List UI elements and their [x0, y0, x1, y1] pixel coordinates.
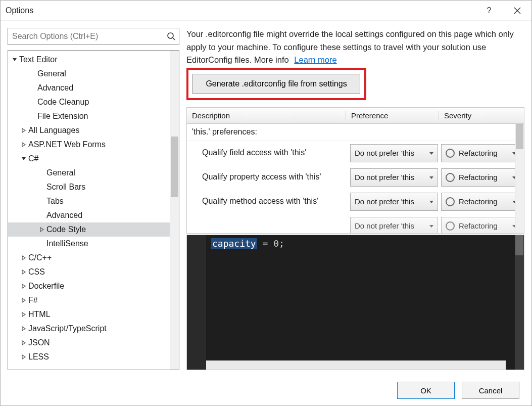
row-description: Qualify field access with 'this' [187, 145, 350, 161]
help-button[interactable]: ? [475, 1, 503, 21]
svg-marker-7 [22, 157, 26, 160]
severity-dropdown[interactable]: Refactoring [441, 193, 521, 211]
code-h-scrollbar[interactable] [206, 360, 506, 370]
tree-item[interactable]: Code Style [8, 222, 170, 237]
chevron-right-icon[interactable] [20, 311, 27, 318]
chevron-right-icon[interactable] [20, 339, 27, 346]
tree-spacer [38, 212, 45, 219]
tree-item[interactable]: Advanced [8, 81, 170, 95]
tree-item[interactable]: Scroll Bars [8, 180, 170, 194]
chevron-down-icon[interactable] [11, 56, 18, 63]
code-v-thumb[interactable] [515, 235, 523, 255]
tree-item[interactable]: File Extension [8, 109, 170, 123]
tree-item[interactable]: ASP.NET Web Forms [8, 138, 170, 152]
tree-item[interactable]: All Languages [8, 123, 170, 138]
code-v-scrollbar[interactable] [515, 235, 524, 370]
svg-point-2 [168, 33, 173, 38]
svg-marker-23 [429, 225, 433, 228]
search-input[interactable] [8, 28, 164, 44]
col-description[interactable]: Description [187, 111, 346, 120]
search-icon [164, 32, 179, 41]
tree-item[interactable]: IntelliSense [8, 237, 170, 251]
tree-item[interactable]: Dockerfile [8, 279, 170, 293]
tree-item[interactable]: Text Editor [8, 53, 170, 67]
right-panel: Your .editorconfig file might override t… [186, 28, 524, 370]
grid-scroll-thumb[interactable] [516, 124, 523, 149]
grid-header: Description Preference Severity [187, 108, 524, 124]
tree-item-label: Dockerfile [28, 282, 64, 291]
severity-ring-icon [446, 197, 455, 206]
chevron-right-icon[interactable] [20, 141, 27, 148]
severity-ring-icon [446, 173, 455, 182]
ok-button[interactable]: OK [397, 382, 455, 399]
close-button[interactable] [503, 1, 531, 21]
tree-item[interactable]: General [8, 166, 170, 180]
tree-item[interactable]: C# [8, 152, 170, 166]
chevron-right-icon[interactable] [20, 254, 27, 261]
tree-item[interactable]: LESS [8, 350, 170, 364]
svg-marker-15 [22, 341, 25, 345]
tree-item-label: Advanced [46, 211, 82, 220]
severity-dropdown[interactable]: Refactoring [441, 217, 521, 233]
tree-item-label: LESS [28, 352, 49, 362]
generate-editorconfig-button[interactable]: Generate .editorconfig file from setting… [192, 74, 360, 94]
tree-item-label: HTML [28, 310, 51, 319]
chevron-right-icon[interactable] [20, 325, 27, 332]
chevron-down-icon [427, 199, 436, 204]
preference-value: Do not prefer 'this [355, 197, 427, 206]
tree-item-label: Advanced [37, 83, 73, 93]
severity-value: Refactoring [459, 221, 510, 230]
col-preference[interactable]: Preference [346, 111, 439, 120]
svg-marker-16 [22, 355, 25, 359]
tree-item[interactable]: General [8, 67, 170, 81]
svg-marker-14 [22, 327, 25, 331]
svg-marker-12 [22, 298, 25, 302]
cancel-button[interactable]: Cancel [462, 382, 519, 399]
grid-scrollbar[interactable] [515, 124, 524, 233]
tree-item[interactable]: Advanced [8, 208, 170, 222]
tree-item-label: Code Cleanup [37, 98, 89, 107]
svg-marker-17 [429, 152, 433, 155]
tree-item-label: ASP.NET Web Forms [28, 140, 106, 149]
chevron-right-icon[interactable] [20, 297, 27, 304]
preference-dropdown[interactable]: Do not prefer 'this [350, 144, 438, 162]
tree-item[interactable]: HTML [8, 307, 170, 322]
severity-dropdown[interactable]: Refactoring [441, 144, 521, 162]
severity-value: Refactoring [459, 149, 510, 157]
preference-dropdown[interactable]: Do not prefer 'this [350, 217, 438, 233]
content-area: Text EditorGeneralAdvancedCode CleanupFi… [1, 21, 531, 370]
tree-item[interactable]: Code Cleanup [8, 95, 170, 109]
tree-item[interactable]: JavaScript/TypeScript [8, 322, 170, 336]
chevron-down-icon [427, 175, 436, 180]
svg-marker-6 [22, 143, 25, 147]
preference-dropdown[interactable]: Do not prefer 'this [350, 168, 438, 187]
tree-scrollbar[interactable] [170, 51, 179, 370]
chevron-down-icon[interactable] [20, 155, 27, 162]
chevron-right-icon[interactable] [20, 283, 27, 290]
tree-scroll-thumb[interactable] [171, 137, 178, 197]
tree-item[interactable]: Tabs [8, 194, 170, 208]
tree-item[interactable]: JSON [8, 336, 170, 350]
preference-dropdown[interactable]: Do not prefer 'this [350, 193, 438, 211]
grid-group-row: 'this.' preferences: [187, 124, 524, 141]
chevron-right-icon[interactable] [20, 353, 27, 360]
chevron-down-icon [427, 223, 436, 229]
grid-row: Qualify field access with 'this'Do not p… [187, 141, 524, 165]
severity-dropdown[interactable]: Refactoring [441, 168, 521, 187]
col-severity[interactable]: Severity [439, 111, 524, 120]
grid-row: Qualify method access with 'this'Do not … [187, 190, 524, 214]
chevron-right-icon[interactable] [20, 127, 27, 134]
chevron-right-icon[interactable] [38, 226, 45, 233]
generate-button-highlight: Generate .editorconfig file from setting… [186, 68, 366, 100]
tree-item-label: Code Style [46, 225, 86, 234]
chevron-right-icon[interactable] [20, 268, 27, 276]
tree-item-label: General [46, 168, 75, 177]
tree-item[interactable]: CSS [8, 265, 170, 279]
tree-item-label: File Extension [37, 112, 88, 121]
tree-item-label: Text Editor [19, 55, 58, 64]
svg-marker-9 [22, 256, 25, 260]
tree-item[interactable]: F# [8, 293, 170, 307]
search-box[interactable] [8, 28, 179, 45]
tree-item[interactable]: C/C++ [8, 251, 170, 265]
learn-more-link[interactable]: Learn more [294, 55, 336, 64]
